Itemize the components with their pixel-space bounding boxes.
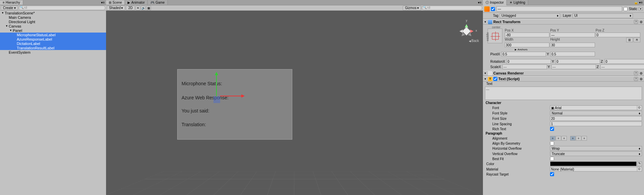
eyedropper-icon[interactable]: ✎ bbox=[637, 161, 642, 166]
tree-item-canvas[interactable]: ▼Canvas bbox=[0, 24, 106, 28]
scene-viewport[interactable]: Microphone Status: Azure Web Response: Y… bbox=[106, 11, 483, 195]
2d-toggle[interactable]: 2D bbox=[126, 6, 135, 10]
help-icon[interactable]: ? bbox=[634, 71, 638, 75]
gear-icon[interactable]: ⚙ bbox=[639, 71, 643, 75]
text-component-header[interactable]: ▼ T Text (Script) ? ⚙ bbox=[483, 76, 644, 82]
gear-icon[interactable]: ⚙ bbox=[639, 20, 643, 24]
gear-icon[interactable]: ⚙ bbox=[639, 77, 643, 81]
anchor-preset-button[interactable]: center middle bbox=[488, 29, 502, 43]
rect-transform-header[interactable]: ▼ Rect Transform ? ⚙ bbox=[483, 19, 644, 25]
help-icon[interactable]: ? bbox=[634, 20, 638, 24]
align-top-button[interactable]: ≡ bbox=[570, 136, 576, 141]
posx-input[interactable] bbox=[505, 33, 549, 37]
tree-item-directional-light[interactable]: Directional Light bbox=[0, 19, 106, 24]
lighting-tab[interactable]: ☀Lighting bbox=[507, 0, 528, 5]
align-center-button[interactable]: ≡ bbox=[556, 136, 561, 141]
object-picker-icon[interactable]: ⊙ bbox=[637, 167, 641, 171]
shaded-dropdown[interactable]: Shaded ▾ bbox=[107, 6, 125, 10]
best-fit-checkbox[interactable] bbox=[550, 157, 554, 161]
color-field[interactable] bbox=[550, 161, 637, 166]
static-dropdown[interactable]: ▾ bbox=[639, 7, 643, 11]
fold-icon[interactable]: ▼ bbox=[484, 78, 487, 81]
raycast-target-checkbox[interactable] bbox=[550, 172, 554, 176]
height-input[interactable] bbox=[550, 43, 595, 47]
grid-floor bbox=[106, 172, 483, 195]
hierarchy-search-input[interactable]: All bbox=[19, 6, 105, 10]
scene-search-input[interactable]: All bbox=[422, 6, 482, 10]
text-content-input[interactable]: — bbox=[485, 87, 642, 100]
scene-tab-bar: ⊞Scene ▶Animator 🎮Game ▾≡ bbox=[106, 0, 483, 5]
nav-back-label[interactable]: Back bbox=[469, 39, 479, 43]
gizmos-dropdown[interactable]: Gizmos ▾ bbox=[403, 6, 421, 10]
x-axis-handle[interactable] bbox=[220, 96, 244, 96]
pivot-x-input[interactable] bbox=[501, 52, 546, 56]
inspector-tab-menu[interactable]: 🔒 ▾≡ bbox=[633, 1, 644, 4]
tree-item-panel[interactable]: ▼Panel bbox=[0, 28, 106, 33]
create-dropdown[interactable]: Create ▾ bbox=[1, 6, 18, 10]
layer-label: Layer bbox=[561, 14, 571, 17]
text-title: Text (Script) bbox=[498, 77, 633, 81]
scale-y-input[interactable] bbox=[551, 64, 596, 69]
fold-icon[interactable]: ▼ bbox=[1, 11, 5, 14]
scale-x-input[interactable] bbox=[502, 64, 547, 69]
inspector-tab[interactable]: ⓘInspector bbox=[483, 0, 507, 5]
tree-item-azure-label[interactable]: AzureResponseLabel bbox=[0, 37, 106, 41]
layer-dropdown[interactable]: UI♦ bbox=[573, 13, 633, 18]
width-input[interactable] bbox=[505, 43, 549, 47]
fold-icon[interactable]: ▼ bbox=[5, 25, 9, 28]
fold-icon[interactable]: ▼ bbox=[484, 20, 487, 23]
animator-tab[interactable]: ▶Animator bbox=[125, 0, 148, 5]
line-spacing-input[interactable] bbox=[550, 121, 642, 126]
scale-z-input[interactable] bbox=[600, 64, 644, 69]
scene-tab[interactable]: ⊞Scene bbox=[106, 0, 125, 5]
align-right-button[interactable]: ≡ bbox=[561, 136, 567, 141]
material-field[interactable]: None (Material)⊙ bbox=[550, 167, 642, 172]
font-style-dropdown[interactable]: Normal♦ bbox=[550, 111, 642, 115]
tree-item-dictation-label[interactable]: DictationLabel bbox=[0, 41, 106, 46]
static-checkbox[interactable] bbox=[624, 7, 628, 11]
posy-input[interactable] bbox=[550, 33, 595, 37]
rich-text-checkbox[interactable] bbox=[550, 127, 554, 131]
scene-tab-menu[interactable]: ▾≡ bbox=[477, 1, 483, 4]
anchors-foldout[interactable]: Anchors bbox=[487, 48, 552, 51]
rot-x-input[interactable] bbox=[506, 59, 551, 64]
pivot-y-input[interactable] bbox=[550, 52, 595, 56]
align-middle-button[interactable]: ≡ bbox=[576, 136, 581, 141]
width-label: Width bbox=[505, 38, 549, 41]
lighting-toggle[interactable]: ☀ bbox=[136, 6, 140, 10]
hierarchy-tab-menu[interactable]: ▾≡ bbox=[100, 1, 106, 4]
font-size-input[interactable] bbox=[550, 116, 642, 121]
y-axis-handle[interactable] bbox=[216, 73, 217, 96]
canvas-renderer-header[interactable]: ▼ Canvas Renderer ? ⚙ bbox=[483, 70, 644, 76]
gameobject-name-input[interactable] bbox=[496, 6, 622, 11]
rot-z-input[interactable] bbox=[604, 59, 644, 64]
selection-gizmo[interactable] bbox=[213, 96, 220, 103]
align-left-button[interactable]: ≡ bbox=[550, 136, 555, 141]
scene-root[interactable]: ▼TranslationScene* bbox=[0, 11, 106, 15]
inspector-tab-bar: ⓘInspector ☀Lighting 🔒 ▾≡ bbox=[483, 0, 644, 5]
game-tab[interactable]: 🎮Game bbox=[148, 0, 167, 5]
fold-icon[interactable]: ▼ bbox=[484, 72, 487, 75]
active-checkbox[interactable] bbox=[491, 7, 495, 11]
tree-item-mic-label[interactable]: MicrophoneStatusLabel bbox=[0, 33, 106, 37]
text-enabled-checkbox[interactable] bbox=[493, 77, 497, 81]
object-picker-icon[interactable]: ⊙ bbox=[637, 106, 641, 110]
tree-item-main-camera[interactable]: Main Camera bbox=[0, 15, 106, 19]
raw-mode-button[interactable]: R bbox=[634, 38, 640, 42]
blueprint-mode-button[interactable]: ⊞ bbox=[626, 38, 633, 42]
font-field[interactable]: ▣ Arial⊙ bbox=[550, 105, 642, 110]
h-overflow-dropdown[interactable]: Wrap♦ bbox=[550, 146, 642, 151]
hierarchy-tab[interactable]: ≡ Hierarchy bbox=[0, 0, 23, 5]
help-icon[interactable]: ? bbox=[634, 77, 638, 81]
posz-input[interactable] bbox=[596, 33, 640, 37]
tree-item-translation-label[interactable]: TranslationResultLabel bbox=[0, 46, 106, 50]
align-bottom-button[interactable]: ≡ bbox=[582, 136, 587, 141]
fx-toggle[interactable]: ▦ bbox=[146, 6, 151, 10]
v-overflow-dropdown[interactable]: Truncate♦ bbox=[550, 151, 642, 156]
fold-icon[interactable]: ▼ bbox=[9, 29, 13, 32]
tree-item-event-system[interactable]: EventSystem bbox=[0, 50, 106, 54]
rot-y-input[interactable] bbox=[555, 59, 600, 64]
tag-dropdown[interactable]: Untagged♦ bbox=[500, 13, 560, 18]
audio-toggle[interactable]: 🔊 bbox=[141, 6, 146, 10]
align-geom-checkbox[interactable] bbox=[550, 141, 554, 145]
